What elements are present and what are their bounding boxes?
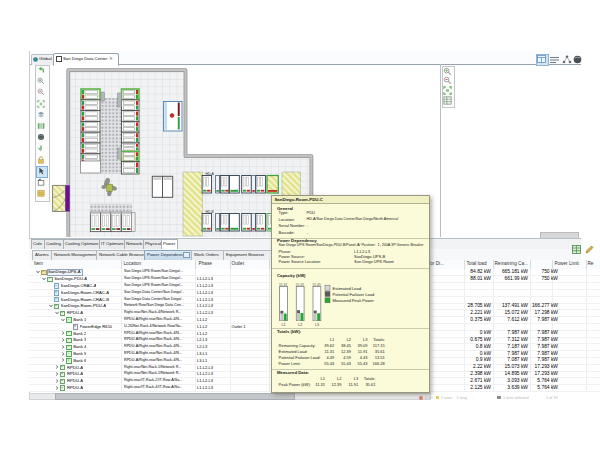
svg-text:55.43: 55.43 bbox=[296, 283, 304, 287]
svg-text:Measured Peak Power: Measured Peak Power bbox=[333, 298, 375, 303]
svg-text:L3: L3 bbox=[315, 323, 319, 327]
svg-text:Estimated Load: Estimated Load bbox=[333, 286, 362, 291]
svg-text:55.43: 55.43 bbox=[313, 283, 321, 287]
svg-text:55.43: 55.43 bbox=[279, 283, 287, 287]
svg-text:Potential Failover Load: Potential Failover Load bbox=[333, 292, 376, 297]
svg-text:L1: L1 bbox=[282, 323, 286, 327]
svg-text:HD-B: HD-B bbox=[206, 210, 215, 214]
svg-text:L2: L2 bbox=[298, 323, 302, 327]
